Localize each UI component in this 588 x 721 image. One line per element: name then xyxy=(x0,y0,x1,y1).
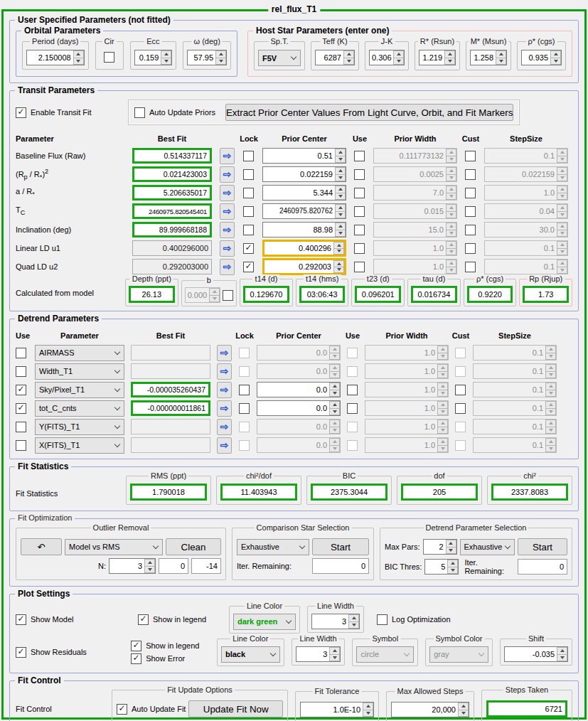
transfer-value-button[interactable]: ⇨ xyxy=(217,382,232,398)
best-fit-field[interactable]: 5.206635017 xyxy=(132,185,212,201)
transfer-value-button[interactable]: ⇨ xyxy=(217,345,232,361)
detrend-param-dropdown[interactable]: Y(FITS)_T1 xyxy=(35,419,124,435)
prior-width-field[interactable]: 1.0 xyxy=(365,400,449,416)
detrend-param-dropdown[interactable]: Sky/Pixel_T1 xyxy=(35,382,124,398)
auto-update-fit-checkbox[interactable] xyxy=(117,704,127,715)
best-fit-field[interactable]: 0.021423003 xyxy=(132,166,212,182)
prior-center-field[interactable]: 0.022159 xyxy=(262,166,346,182)
extract-priors-button[interactable]: Extract Prior Center Values From Light C… xyxy=(225,104,513,121)
rstar-spinner[interactable] xyxy=(444,50,455,65)
spinner[interactable] xyxy=(458,703,469,717)
spinner[interactable] xyxy=(333,242,344,255)
lock-checkbox[interactable] xyxy=(239,385,250,395)
rho-spinner[interactable] xyxy=(550,50,561,65)
use-prior-checkbox[interactable] xyxy=(354,169,365,180)
detrend-method-dropdown[interactable]: Exhaustive xyxy=(460,539,515,555)
spinner[interactable] xyxy=(446,260,456,274)
show-residuals-checkbox[interactable] xyxy=(16,647,26,658)
prior-center-field[interactable]: 0.292003 xyxy=(262,258,346,275)
prior-center-field[interactable]: 2460975.820762 xyxy=(262,203,346,219)
spinner[interactable] xyxy=(446,149,456,163)
spinner[interactable] xyxy=(335,223,346,237)
spt-dropdown[interactable]: F5V xyxy=(258,50,301,66)
transfer-value-button[interactable]: ⇨ xyxy=(220,240,235,257)
lock-checkbox[interactable] xyxy=(243,243,254,254)
bic-thres-field[interactable]: 5 xyxy=(424,559,459,575)
spinner[interactable] xyxy=(446,167,456,181)
lock-checkbox[interactable] xyxy=(239,403,250,414)
rstar-field[interactable]: 1.219 xyxy=(419,50,456,65)
transfer-value-button[interactable]: ⇨ xyxy=(220,259,235,275)
use-detrend-checkbox[interactable] xyxy=(16,348,26,358)
transfer-value-button[interactable]: ⇨ xyxy=(220,148,235,164)
auto-update-priors-checkbox[interactable] xyxy=(134,107,145,118)
spinner[interactable] xyxy=(557,223,567,237)
spinner[interactable] xyxy=(557,204,567,218)
detrend-param-dropdown[interactable]: X(FITS)_T1 xyxy=(35,437,124,454)
outlier-method-dropdown[interactable]: Model vs RMS xyxy=(65,539,163,555)
use-detrend-checkbox[interactable] xyxy=(16,366,26,377)
show-model-checkbox[interactable] xyxy=(16,614,26,625)
period-spinner[interactable] xyxy=(73,50,84,65)
use-detrend-checkbox[interactable] xyxy=(16,422,26,432)
prior-width-field[interactable]: 0.111773132 xyxy=(373,148,457,164)
spinner[interactable] xyxy=(446,540,456,554)
teff-spinner[interactable] xyxy=(343,50,354,65)
fit-tolerance-field[interactable]: 1.0E-10 xyxy=(300,702,374,717)
lock-checkbox[interactable] xyxy=(243,206,254,217)
transfer-value-button[interactable]: ⇨ xyxy=(220,185,235,201)
residuals-legend-checkbox[interactable] xyxy=(131,641,141,651)
omega-field[interactable]: 57.95 xyxy=(187,50,227,65)
cust-step-checkbox[interactable] xyxy=(465,243,476,254)
prior-center-field[interactable]: 0.0 xyxy=(257,400,341,416)
transfer-value-button[interactable]: ⇨ xyxy=(220,203,235,220)
spinner[interactable] xyxy=(446,186,456,200)
clean-button[interactable]: Clean xyxy=(166,538,221,555)
cust-step-checkbox[interactable] xyxy=(465,188,476,198)
spinner[interactable] xyxy=(329,401,340,415)
lock-checkbox[interactable] xyxy=(243,169,254,180)
spinner[interactable] xyxy=(335,167,346,181)
spinner[interactable] xyxy=(557,149,567,163)
undo-clean-button[interactable]: ↶ xyxy=(21,538,62,555)
prior-width-field[interactable]: 0.0025 xyxy=(373,166,457,182)
jk-spinner[interactable] xyxy=(393,50,404,65)
n-field[interactable]: 3 xyxy=(109,558,156,574)
model-line-width-field[interactable]: 3 xyxy=(311,614,360,629)
omega-spinner[interactable] xyxy=(215,50,226,65)
mstar-field[interactable]: 1.258 xyxy=(470,50,507,65)
transfer-value-button[interactable]: ⇨ xyxy=(217,363,232,380)
use-prior-checkbox[interactable] xyxy=(347,403,358,414)
mstar-spinner[interactable] xyxy=(496,50,506,65)
best-fit-field[interactable]: 89.999668188 xyxy=(132,222,212,237)
max-pars-field[interactable]: 2 xyxy=(423,539,457,555)
impact-b-field[interactable]: 0.000 xyxy=(185,287,221,303)
jk-field[interactable]: 0.306 xyxy=(369,50,405,65)
transfer-value-button[interactable]: ⇨ xyxy=(217,437,232,454)
use-prior-checkbox[interactable] xyxy=(354,262,365,272)
cust-step-checkbox[interactable] xyxy=(465,151,476,161)
step-size-field[interactable]: 0.1 xyxy=(484,148,568,164)
prior-width-field[interactable]: 1.0 xyxy=(365,382,449,397)
step-size-field[interactable]: 0.1 xyxy=(484,240,568,256)
lock-checkbox[interactable] xyxy=(243,188,254,198)
use-prior-checkbox[interactable] xyxy=(354,206,365,217)
spinner[interactable] xyxy=(557,167,567,181)
spinner[interactable] xyxy=(557,186,567,200)
use-prior-checkbox[interactable] xyxy=(354,188,365,198)
use-prior-checkbox[interactable] xyxy=(354,225,365,235)
spinner[interactable] xyxy=(335,186,346,200)
spinner[interactable] xyxy=(363,703,373,717)
spinner[interactable] xyxy=(335,149,346,163)
best-fit-field[interactable]: 0.400296000 xyxy=(132,240,212,256)
transfer-value-button[interactable]: ⇨ xyxy=(217,400,232,417)
spinner[interactable] xyxy=(333,260,344,273)
impact-b-checkbox[interactable] xyxy=(223,290,233,301)
prior-width-field[interactable]: 7.0 xyxy=(373,185,457,201)
shift-field[interactable]: -0.035 xyxy=(504,646,568,662)
step-size-field[interactable]: 0.1 xyxy=(484,259,568,274)
step-size-field[interactable]: 30.0 xyxy=(484,222,568,237)
best-fit-field[interactable]: -0.000035260437 xyxy=(131,382,210,397)
lock-checkbox[interactable] xyxy=(243,151,254,161)
spinner[interactable] xyxy=(557,647,567,661)
